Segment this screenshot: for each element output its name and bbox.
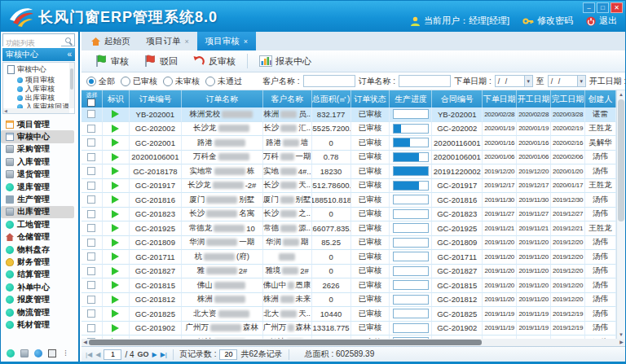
horizontal-scroll-thumb[interactable]	[89, 340, 482, 345]
sidebar-item-10[interactable]: 仓储管理	[1, 231, 77, 243]
column-header-13[interactable]: 创建人	[585, 90, 616, 107]
radio-2[interactable]	[121, 77, 130, 86]
toolbar-button-1[interactable]: 审核	[88, 51, 135, 71]
row-checkbox[interactable]	[87, 281, 95, 289]
last-page-button[interactable]: ▶|	[161, 351, 167, 358]
table-row[interactable]: GC-201812株洲株洲未来0已审核GC-2018122019/11/2020…	[82, 293, 616, 308]
row-checkbox[interactable]	[87, 167, 95, 175]
table-row[interactable]: GC-201815佛山佛山中恩康2626已审核GC-2018152019/11/…	[82, 278, 616, 293]
radio-3[interactable]	[163, 77, 173, 86]
customer-name-input[interactable]	[303, 75, 355, 87]
next-page-button[interactable]: ▶	[152, 351, 157, 358]
sidebar-item-13[interactable]: 结算管理	[1, 269, 77, 281]
toolbar-button-2[interactable]: 驳回	[137, 51, 184, 71]
row-checkbox[interactable]	[87, 309, 95, 318]
sidebar-item-8[interactable]: 出库管理	[1, 206, 74, 218]
collapse-icon[interactable]: «	[67, 48, 72, 61]
tab-2[interactable]: 项目订单×	[139, 32, 197, 50]
sidebar-item-4[interactable]: 入库管理	[1, 156, 77, 168]
chevron-down-icon[interactable]: ▼	[524, 76, 532, 86]
row-checkbox[interactable]	[87, 125, 95, 133]
page-number-input[interactable]	[104, 349, 121, 360]
sidebar-item-9[interactable]: 工地管理	[1, 218, 77, 230]
select-all-checkbox[interactable]	[87, 99, 95, 107]
radio-1[interactable]	[86, 77, 96, 86]
function-search-input[interactable]	[3, 37, 61, 48]
sidebar-item-5[interactable]: 退货管理	[1, 169, 77, 181]
column-header-8[interactable]: 生产进度	[390, 90, 432, 107]
column-header-2[interactable]: 标识	[103, 90, 130, 107]
table-row[interactable]: GC-201902广州万森林广州万森林13318.775已审核GC-201902…	[82, 322, 616, 336]
tab-3[interactable]: 项目审核×	[197, 32, 256, 50]
sidebar-item-7[interactable]: 生产管理	[1, 193, 77, 205]
order-date-input[interactable]: / /▼	[495, 75, 533, 87]
column-header-1[interactable]: 选择	[82, 90, 103, 107]
column-header-6[interactable]: 总面积(㎡)	[312, 90, 351, 107]
horizontal-scrollbar[interactable]: ◀ ▶	[82, 339, 625, 346]
row-checkbox[interactable]	[87, 210, 95, 218]
sidebar-item-6[interactable]: 退库管理	[1, 181, 77, 193]
row-checkbox[interactable]	[87, 153, 95, 161]
sidebar-item-15[interactable]: 报废管理	[1, 293, 77, 305]
row-checkbox[interactable]	[87, 296, 95, 304]
row-checkbox[interactable]	[87, 324, 95, 332]
close-button[interactable]: ✕	[611, 2, 623, 13]
row-checkbox[interactable]	[87, 252, 95, 261]
tree-vertical-scrollbar[interactable]	[69, 63, 74, 108]
first-page-button[interactable]: |◀	[86, 351, 92, 358]
table-row[interactable]: GC-201825北大资北大天..10440已审核GC-2018252019/1…	[82, 307, 616, 322]
table-row[interactable]: GC-201925常德龙10常德源..266077.835..已审核GC-201…	[82, 221, 616, 236]
column-header-9[interactable]: 合同编号	[432, 90, 483, 107]
sidebar-item-11[interactable]: 物料盘存	[1, 243, 77, 256]
table-row[interactable]: GC-201809华润一期华润期85.25已审核GC-2018092019/11…	[82, 236, 616, 251]
sidebar-item-16[interactable]: 物流管理	[1, 306, 77, 318]
scroll-up-arrow[interactable]: ▲	[617, 90, 625, 99]
toolbar-button-3[interactable]: 反审核	[186, 51, 242, 71]
book-icon[interactable]	[48, 349, 56, 357]
order-date-end-input[interactable]: / /▼	[548, 75, 586, 87]
minimize-button[interactable]: –	[583, 2, 595, 13]
vertical-scrollbar[interactable]: ▲ ▼	[616, 90, 625, 339]
table-row[interactable]: YB-202001株洲党校株洲员..832.177已审核YB-202001202…	[82, 107, 616, 122]
sidebar-panel-header[interactable]: 审核中心 «	[2, 48, 75, 61]
row-checkbox[interactable]	[87, 138, 95, 147]
table-row[interactable]: GC-202001路港路港墙0已审核202001160012020/01/162…	[82, 136, 616, 151]
swirl-icon[interactable]	[34, 349, 42, 357]
scroll-left-arrow[interactable]: ◀	[82, 339, 89, 346]
tab-close-icon[interactable]: ×	[185, 37, 189, 46]
sidebar-item-17[interactable]: 耗材管理	[1, 318, 77, 331]
tree-horizontal-scrollbar[interactable]	[3, 108, 69, 113]
table-row[interactable]: GC-2018178实地常栋实地4#..18230已审核201912200022…	[82, 164, 616, 179]
column-header-7[interactable]: 订单状态	[351, 90, 390, 107]
prev-page-button[interactable]: ◀	[95, 351, 100, 358]
scroll-down-arrow[interactable]: ▼	[617, 331, 625, 339]
row-checkbox[interactable]	[87, 239, 95, 247]
go-button[interactable]: GO	[138, 350, 149, 358]
tab-1[interactable]: 起始页	[83, 32, 139, 50]
table-row[interactable]: GC-202002长沙龙长沙汇..65525.7200..已审核GC-20200…	[82, 122, 616, 137]
column-header-11[interactable]: 开工日期	[517, 90, 551, 107]
sidebar-item-2[interactable]: 审核中心	[1, 130, 74, 143]
sidebar-item-3[interactable]: 采购管理	[1, 143, 77, 156]
table-row[interactable]: GC-201827雅2#雅境2#0已审核GC-2018272019/11/202…	[82, 265, 616, 279]
table-row[interactable]: GC-201711杭(府)0已审核GC-2017112019/11/202019…	[82, 250, 616, 265]
chevron-down-icon[interactable]: ▼	[577, 76, 585, 86]
column-header-10[interactable]: 下单日期	[483, 90, 517, 107]
sidebar-item-12[interactable]: 财务管理	[1, 256, 77, 268]
row-checkbox[interactable]	[87, 195, 95, 204]
maximize-button[interactable]: □	[597, 2, 609, 13]
row-checkbox[interactable]	[87, 267, 95, 275]
column-header-12[interactable]: 完工日期	[551, 90, 585, 107]
toolbar-button-4[interactable]: 报表中心	[253, 51, 318, 71]
scroll-right-arrow[interactable]: ▶	[618, 339, 625, 346]
vertical-scroll-thumb[interactable]	[618, 99, 624, 221]
column-header-4[interactable]: 订单名称	[182, 90, 263, 107]
tab-close-icon[interactable]: ×	[244, 37, 248, 46]
row-checkbox[interactable]	[87, 224, 95, 232]
logout-button[interactable]: 退出	[586, 15, 617, 27]
column-header-5[interactable]: 客户名称	[263, 90, 312, 107]
sidebar-item-1[interactable]: 项目管理	[1, 118, 77, 130]
change-password-link[interactable]: 修改密码	[522, 15, 573, 27]
row-checkbox[interactable]	[87, 182, 95, 190]
table-row[interactable]: 20200106001万科金万科一期0.78已审核202001060012020…	[82, 151, 616, 165]
